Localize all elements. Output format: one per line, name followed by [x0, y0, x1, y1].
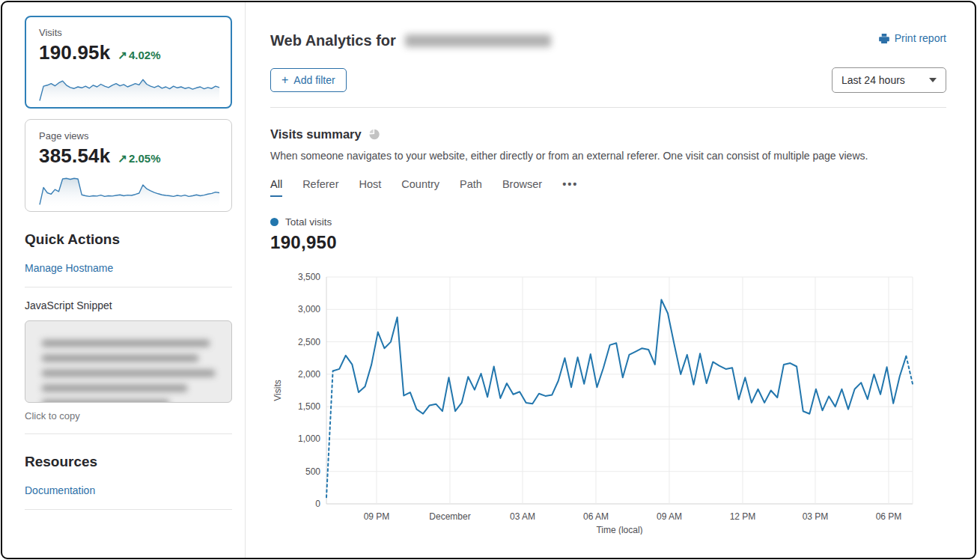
- metric-card-label: Visits: [39, 27, 218, 38]
- metric-card-value: 385.54k: [39, 144, 110, 168]
- svg-text:03 PM: 03 PM: [803, 511, 829, 522]
- tab-host[interactable]: Host: [359, 178, 381, 197]
- metric-trend-badge: ↗2.05%: [118, 152, 160, 165]
- legend-dot-icon: [270, 218, 279, 226]
- page-title-text: Web Analytics for: [270, 32, 396, 49]
- printer-icon: [878, 33, 890, 44]
- tab-all[interactable]: All: [270, 178, 282, 197]
- divider: [25, 433, 232, 434]
- svg-text:3,000: 3,000: [298, 304, 320, 314]
- javascript-snippet-label: JavaScript Snippet: [25, 299, 232, 311]
- tab-browser[interactable]: Browser: [502, 178, 542, 197]
- page-title: Web Analytics for: [270, 32, 551, 49]
- svg-text:06 PM: 06 PM: [876, 511, 902, 522]
- metric-delta-value: 2.05%: [129, 152, 161, 165]
- svg-text:1,500: 1,500: [298, 401, 320, 412]
- page-header: Web Analytics for Print report + Add fil…: [246, 2, 975, 108]
- metric-card-value: 190.95k: [39, 41, 110, 64]
- svg-text:03 AM: 03 AM: [510, 511, 535, 522]
- resources-heading: Resources: [25, 454, 232, 470]
- svg-text:Time (local): Time (local): [596, 525, 642, 535]
- quick-actions-heading: Quick Actions: [25, 231, 232, 248]
- svg-text:2,500: 2,500: [298, 337, 320, 347]
- divider: [25, 509, 232, 510]
- svg-text:Visits: Visits: [273, 380, 283, 401]
- trend-up-icon: ↗: [118, 152, 127, 165]
- metric-trend-badge: ↗4.02%: [118, 49, 160, 62]
- redacted-domain: [405, 34, 551, 47]
- visits-sparkline: [39, 69, 220, 105]
- tab-referer[interactable]: Referer: [302, 178, 338, 197]
- summary-tabs: All Referer Host Country Path Browser ••…: [270, 178, 946, 197]
- metric-card-page-views[interactable]: Page views 385.54k ↗2.05%: [25, 119, 232, 212]
- tab-country[interactable]: Country: [401, 178, 439, 197]
- metric-card-visits[interactable]: Visits 190.95k ↗4.02%: [25, 16, 232, 109]
- redacted-code-line: [42, 340, 210, 347]
- svg-text:06 AM: 06 AM: [583, 511, 609, 522]
- print-report-label: Print report: [895, 32, 946, 44]
- visits-summary-description: When someone navigates to your website, …: [270, 150, 946, 162]
- manage-hostname-link[interactable]: Manage Hostname: [25, 262, 113, 274]
- redacted-code-line: [42, 385, 187, 392]
- visits-chart: 05001,0001,5002,0002,5003,0003,50009 PMD…: [270, 267, 916, 535]
- sidebar: Visits 190.95k ↗4.02% Page views 385.54k…: [2, 2, 246, 558]
- pie-chart-icon: [368, 129, 380, 140]
- time-range-select[interactable]: Last 24 hours: [832, 67, 946, 93]
- svg-text:3,500: 3,500: [298, 272, 320, 282]
- svg-text:500: 500: [305, 466, 320, 477]
- metric-card-label: Page views: [39, 130, 218, 141]
- page-views-sparkline: [39, 172, 220, 208]
- main-content: Web Analytics for Print report + Add fil…: [246, 2, 975, 558]
- svg-text:December: December: [429, 511, 470, 522]
- add-filter-label: Add filter: [293, 74, 335, 86]
- chart-legend: Total visits: [270, 216, 946, 228]
- metric-delta-value: 4.02%: [129, 49, 161, 61]
- javascript-snippet-box[interactable]: [25, 320, 232, 403]
- click-to-copy-hint: Click to copy: [25, 410, 232, 421]
- visits-summary-section: Visits summary When someone navigates to…: [246, 108, 975, 545]
- trend-up-icon: ↗: [118, 49, 127, 61]
- svg-text:09 AM: 09 AM: [657, 511, 682, 522]
- app-window: Visits 190.95k ↗4.02% Page views 385.54k…: [1, 1, 976, 559]
- legend-label: Total visits: [285, 216, 332, 228]
- time-range-value: Last 24 hours: [841, 74, 905, 86]
- svg-text:09 PM: 09 PM: [364, 511, 390, 522]
- tab-path[interactable]: Path: [460, 178, 482, 197]
- chevron-down-icon: [929, 78, 937, 82]
- total-visits-value: 190,950: [270, 232, 946, 253]
- svg-text:0: 0: [315, 499, 320, 509]
- documentation-link[interactable]: Documentation: [25, 484, 95, 496]
- redacted-code-line: [42, 400, 169, 403]
- svg-text:1,000: 1,000: [298, 433, 320, 444]
- divider: [25, 287, 232, 287]
- redacted-code-line: [42, 370, 215, 377]
- redacted-code-line: [42, 355, 198, 362]
- more-tabs-button[interactable]: •••: [562, 178, 578, 197]
- svg-text:2,000: 2,000: [298, 369, 320, 380]
- svg-text:12 PM: 12 PM: [730, 511, 756, 522]
- print-report-link[interactable]: Print report: [878, 32, 946, 44]
- add-filter-button[interactable]: + Add filter: [270, 68, 347, 92]
- visits-summary-title: Visits summary: [270, 127, 362, 141]
- plus-icon: +: [281, 76, 288, 85]
